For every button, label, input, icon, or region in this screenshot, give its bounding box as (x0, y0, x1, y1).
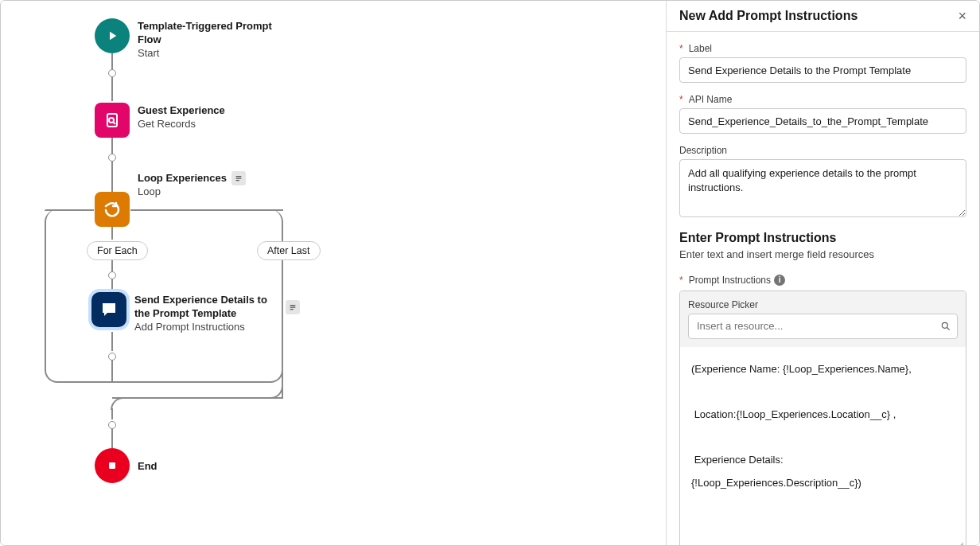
node-loop-title: Loop Experiences (138, 172, 227, 185)
loop-top-right (130, 209, 283, 211)
description-textarea[interactable] (679, 159, 966, 217)
flow-canvas[interactable]: Template-Triggered Prompt Flow Start Gue… (1, 1, 666, 545)
connector-line (112, 397, 283, 399)
svg-rect-2 (109, 462, 115, 469)
search-icon (940, 321, 951, 332)
resource-picker-input[interactable] (688, 314, 958, 339)
connector-line (111, 332, 113, 351)
connector-line (111, 279, 113, 292)
clipboard-search-icon (95, 103, 130, 138)
node-start-sub: Start (138, 47, 289, 59)
prompt-instructions-label: Prompt Instructions i (679, 275, 966, 286)
connector-line (111, 227, 113, 240)
properties-panel: New Add Prompt Instructions × Label API … (666, 1, 979, 545)
app-frame: Template-Triggered Prompt Flow Start Gue… (0, 0, 980, 546)
play-icon (95, 18, 130, 53)
connector-line (111, 53, 113, 69)
loop-top-left (45, 209, 94, 211)
prompt-body-text[interactable]: (Experience Name: {!Loop_Experiences.Nam… (680, 347, 966, 545)
api-name-input[interactable] (679, 108, 966, 134)
description-label: Description (679, 145, 966, 156)
connector-dot[interactable] (108, 421, 116, 429)
connector-line (282, 260, 283, 397)
connector-dot[interactable] (108, 69, 116, 77)
section-subtitle: Enter text and insert merge field resour… (679, 248, 966, 260)
text-list-icon (231, 171, 246, 185)
info-icon[interactable]: i (774, 275, 785, 286)
node-get-records[interactable]: Guest Experience Get Records (95, 103, 225, 138)
node-start[interactable]: Template-Triggered Prompt Flow Start (95, 18, 289, 59)
resource-picker-label: Resource Picker (688, 299, 958, 310)
connector-line (111, 361, 113, 383)
node-prompt-title: Send Experience Details to the Prompt Te… (134, 294, 278, 321)
connector-line (111, 162, 113, 193)
connector-dot[interactable] (108, 353, 116, 361)
connector-dot[interactable] (108, 271, 116, 279)
node-record-title: Guest Experience (138, 104, 225, 118)
prompt-instructions-box: Resource Picker (Experience Name: {!Loop… (679, 291, 966, 545)
section-title: Enter Prompt Instructions (679, 231, 966, 245)
connector-dot[interactable] (108, 154, 116, 162)
panel-header: New Add Prompt Instructions × (667, 1, 979, 32)
connector-line (111, 77, 113, 101)
connector-line (111, 138, 113, 154)
api-name-label: API Name (679, 94, 966, 105)
node-end[interactable]: End (95, 448, 158, 483)
close-icon[interactable]: × (958, 9, 966, 23)
resize-handle[interactable] (955, 540, 963, 545)
stop-icon (95, 448, 130, 483)
node-record-sub: Get Records (138, 118, 225, 130)
node-loop-label-block: Loop Experiences Loop (138, 171, 246, 197)
node-end-title: End (138, 460, 158, 474)
text-list-icon (286, 300, 300, 314)
branch-after-last[interactable]: After Last (257, 241, 321, 260)
node-start-title: Template-Triggered Prompt Flow (138, 20, 289, 47)
node-prompt-sub: Add Prompt Instructions (134, 321, 278, 333)
branch-for-each[interactable]: For Each (87, 241, 148, 260)
svg-point-3 (942, 322, 947, 328)
node-add-prompt[interactable]: Send Experience Details to the Prompt Te… (91, 292, 300, 333)
label-label: Label (679, 43, 966, 54)
panel-title: New Add Prompt Instructions (679, 9, 858, 23)
connector-line (111, 260, 113, 271)
connector-line (111, 429, 113, 448)
node-loop-sub: Loop (138, 185, 246, 197)
label-input[interactable] (679, 57, 966, 83)
chat-bubble-icon (91, 292, 126, 327)
connector-line (111, 408, 113, 419)
